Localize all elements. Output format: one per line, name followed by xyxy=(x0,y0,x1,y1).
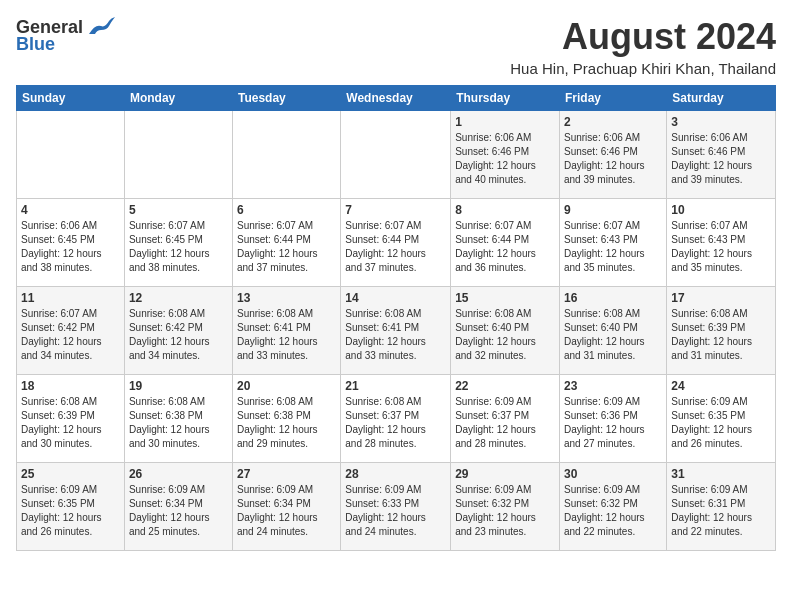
cell-1-0: 4Sunrise: 6:06 AM Sunset: 6:45 PM Daylig… xyxy=(17,199,125,287)
day-number: 8 xyxy=(455,203,555,217)
cell-4-1: 26Sunrise: 6:09 AM Sunset: 6:34 PM Dayli… xyxy=(124,463,232,551)
day-number: 9 xyxy=(564,203,662,217)
cell-1-6: 10Sunrise: 6:07 AM Sunset: 6:43 PM Dayli… xyxy=(667,199,776,287)
day-number: 15 xyxy=(455,291,555,305)
cell-4-6: 31Sunrise: 6:09 AM Sunset: 6:31 PM Dayli… xyxy=(667,463,776,551)
cell-2-4: 15Sunrise: 6:08 AM Sunset: 6:40 PM Dayli… xyxy=(451,287,560,375)
day-info: Sunrise: 6:09 AM Sunset: 6:32 PM Dayligh… xyxy=(564,483,662,539)
day-info: Sunrise: 6:06 AM Sunset: 6:46 PM Dayligh… xyxy=(455,131,555,187)
cell-1-5: 9Sunrise: 6:07 AM Sunset: 6:43 PM Daylig… xyxy=(560,199,667,287)
day-info: Sunrise: 6:07 AM Sunset: 6:45 PM Dayligh… xyxy=(129,219,228,275)
day-number: 30 xyxy=(564,467,662,481)
day-number: 7 xyxy=(345,203,446,217)
cell-2-2: 13Sunrise: 6:08 AM Sunset: 6:41 PM Dayli… xyxy=(232,287,340,375)
day-info: Sunrise: 6:08 AM Sunset: 6:37 PM Dayligh… xyxy=(345,395,446,451)
day-number: 24 xyxy=(671,379,771,393)
cell-4-4: 29Sunrise: 6:09 AM Sunset: 6:32 PM Dayli… xyxy=(451,463,560,551)
day-number: 21 xyxy=(345,379,446,393)
page-header: General Blue August 2024 Hua Hin, Prachu… xyxy=(16,16,776,77)
header-monday: Monday xyxy=(124,86,232,111)
day-number: 13 xyxy=(237,291,336,305)
day-info: Sunrise: 6:08 AM Sunset: 6:40 PM Dayligh… xyxy=(564,307,662,363)
day-number: 11 xyxy=(21,291,120,305)
week-row-1: 1Sunrise: 6:06 AM Sunset: 6:46 PM Daylig… xyxy=(17,111,776,199)
day-number: 18 xyxy=(21,379,120,393)
cell-3-3: 21Sunrise: 6:08 AM Sunset: 6:37 PM Dayli… xyxy=(341,375,451,463)
cell-3-5: 23Sunrise: 6:09 AM Sunset: 6:36 PM Dayli… xyxy=(560,375,667,463)
day-info: Sunrise: 6:07 AM Sunset: 6:44 PM Dayligh… xyxy=(345,219,446,275)
calendar-title-area: August 2024 Hua Hin, Prachuap Khiri Khan… xyxy=(510,16,776,77)
day-number: 20 xyxy=(237,379,336,393)
cell-3-2: 20Sunrise: 6:08 AM Sunset: 6:38 PM Dayli… xyxy=(232,375,340,463)
week-row-5: 25Sunrise: 6:09 AM Sunset: 6:35 PM Dayli… xyxy=(17,463,776,551)
day-number: 31 xyxy=(671,467,771,481)
cell-4-2: 27Sunrise: 6:09 AM Sunset: 6:34 PM Dayli… xyxy=(232,463,340,551)
day-info: Sunrise: 6:06 AM Sunset: 6:45 PM Dayligh… xyxy=(21,219,120,275)
cell-3-0: 18Sunrise: 6:08 AM Sunset: 6:39 PM Dayli… xyxy=(17,375,125,463)
cell-0-4: 1Sunrise: 6:06 AM Sunset: 6:46 PM Daylig… xyxy=(451,111,560,199)
cell-1-2: 6Sunrise: 6:07 AM Sunset: 6:44 PM Daylig… xyxy=(232,199,340,287)
cell-2-6: 17Sunrise: 6:08 AM Sunset: 6:39 PM Dayli… xyxy=(667,287,776,375)
day-number: 12 xyxy=(129,291,228,305)
day-info: Sunrise: 6:09 AM Sunset: 6:36 PM Dayligh… xyxy=(564,395,662,451)
header-sunday: Sunday xyxy=(17,86,125,111)
day-info: Sunrise: 6:09 AM Sunset: 6:35 PM Dayligh… xyxy=(21,483,120,539)
day-info: Sunrise: 6:07 AM Sunset: 6:44 PM Dayligh… xyxy=(455,219,555,275)
cell-0-6: 3Sunrise: 6:06 AM Sunset: 6:46 PM Daylig… xyxy=(667,111,776,199)
header-saturday: Saturday xyxy=(667,86,776,111)
day-info: Sunrise: 6:08 AM Sunset: 6:42 PM Dayligh… xyxy=(129,307,228,363)
day-number: 29 xyxy=(455,467,555,481)
cell-1-1: 5Sunrise: 6:07 AM Sunset: 6:45 PM Daylig… xyxy=(124,199,232,287)
cell-3-6: 24Sunrise: 6:09 AM Sunset: 6:35 PM Dayli… xyxy=(667,375,776,463)
day-info: Sunrise: 6:08 AM Sunset: 6:40 PM Dayligh… xyxy=(455,307,555,363)
cell-4-0: 25Sunrise: 6:09 AM Sunset: 6:35 PM Dayli… xyxy=(17,463,125,551)
day-info: Sunrise: 6:08 AM Sunset: 6:39 PM Dayligh… xyxy=(671,307,771,363)
day-number: 2 xyxy=(564,115,662,129)
day-info: Sunrise: 6:06 AM Sunset: 6:46 PM Dayligh… xyxy=(671,131,771,187)
header-friday: Friday xyxy=(560,86,667,111)
day-info: Sunrise: 6:08 AM Sunset: 6:41 PM Dayligh… xyxy=(345,307,446,363)
day-number: 19 xyxy=(129,379,228,393)
day-number: 26 xyxy=(129,467,228,481)
cell-1-3: 7Sunrise: 6:07 AM Sunset: 6:44 PM Daylig… xyxy=(341,199,451,287)
cell-2-5: 16Sunrise: 6:08 AM Sunset: 6:40 PM Dayli… xyxy=(560,287,667,375)
cell-0-2 xyxy=(232,111,340,199)
cell-2-0: 11Sunrise: 6:07 AM Sunset: 6:42 PM Dayli… xyxy=(17,287,125,375)
calendar-table: Sunday Monday Tuesday Wednesday Thursday… xyxy=(16,85,776,551)
day-info: Sunrise: 6:09 AM Sunset: 6:34 PM Dayligh… xyxy=(237,483,336,539)
day-info: Sunrise: 6:08 AM Sunset: 6:38 PM Dayligh… xyxy=(129,395,228,451)
day-info: Sunrise: 6:07 AM Sunset: 6:43 PM Dayligh… xyxy=(564,219,662,275)
day-info: Sunrise: 6:08 AM Sunset: 6:39 PM Dayligh… xyxy=(21,395,120,451)
day-number: 6 xyxy=(237,203,336,217)
day-number: 5 xyxy=(129,203,228,217)
cell-2-1: 12Sunrise: 6:08 AM Sunset: 6:42 PM Dayli… xyxy=(124,287,232,375)
cell-3-1: 19Sunrise: 6:08 AM Sunset: 6:38 PM Dayli… xyxy=(124,375,232,463)
logo-bird-icon xyxy=(87,16,115,38)
week-row-2: 4Sunrise: 6:06 AM Sunset: 6:45 PM Daylig… xyxy=(17,199,776,287)
day-number: 10 xyxy=(671,203,771,217)
cell-0-5: 2Sunrise: 6:06 AM Sunset: 6:46 PM Daylig… xyxy=(560,111,667,199)
cell-0-3 xyxy=(341,111,451,199)
day-info: Sunrise: 6:09 AM Sunset: 6:33 PM Dayligh… xyxy=(345,483,446,539)
day-info: Sunrise: 6:09 AM Sunset: 6:34 PM Dayligh… xyxy=(129,483,228,539)
day-number: 4 xyxy=(21,203,120,217)
day-number: 3 xyxy=(671,115,771,129)
logo: General Blue xyxy=(16,16,115,55)
day-number: 28 xyxy=(345,467,446,481)
day-number: 22 xyxy=(455,379,555,393)
day-info: Sunrise: 6:09 AM Sunset: 6:31 PM Dayligh… xyxy=(671,483,771,539)
day-number: 14 xyxy=(345,291,446,305)
day-number: 17 xyxy=(671,291,771,305)
day-info: Sunrise: 6:08 AM Sunset: 6:41 PM Dayligh… xyxy=(237,307,336,363)
week-row-3: 11Sunrise: 6:07 AM Sunset: 6:42 PM Dayli… xyxy=(17,287,776,375)
cell-3-4: 22Sunrise: 6:09 AM Sunset: 6:37 PM Dayli… xyxy=(451,375,560,463)
logo-blue-text: Blue xyxy=(16,34,55,55)
calendar-title: August 2024 xyxy=(510,16,776,58)
day-info: Sunrise: 6:08 AM Sunset: 6:38 PM Dayligh… xyxy=(237,395,336,451)
day-info: Sunrise: 6:07 AM Sunset: 6:44 PM Dayligh… xyxy=(237,219,336,275)
day-number: 1 xyxy=(455,115,555,129)
cell-0-0 xyxy=(17,111,125,199)
days-header-row: Sunday Monday Tuesday Wednesday Thursday… xyxy=(17,86,776,111)
header-thursday: Thursday xyxy=(451,86,560,111)
cell-4-3: 28Sunrise: 6:09 AM Sunset: 6:33 PM Dayli… xyxy=(341,463,451,551)
